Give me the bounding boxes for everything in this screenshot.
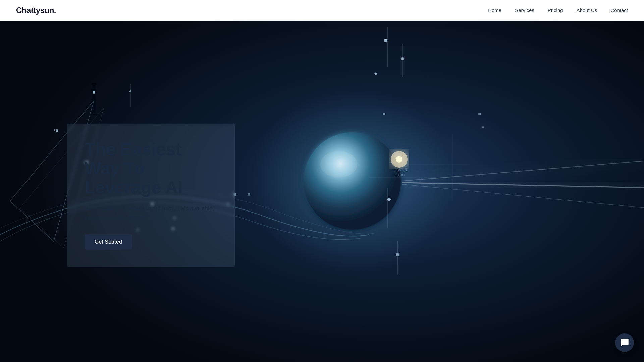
- get-started-button[interactable]: Get Started: [85, 234, 132, 250]
- nav-link-about[interactable]: About Us: [577, 7, 597, 13]
- nav-item-home[interactable]: Home: [488, 7, 501, 13]
- hero-section: SYSTEM AI.03 The Easiest Way To Leverage…: [0, 0, 644, 362]
- nav-link-services[interactable]: Services: [515, 7, 534, 13]
- chat-bubble-icon: [620, 338, 629, 347]
- nav-link-pricing[interactable]: Pricing: [548, 7, 563, 13]
- nav-item-contact[interactable]: Contact: [610, 7, 628, 13]
- hero-title-line2: Leverage AI: [85, 178, 183, 197]
- nav-item-pricing[interactable]: Pricing: [548, 7, 563, 13]
- logo[interactable]: Chattysun.: [16, 6, 56, 15]
- nav-links: Home Services Pricing About Us Contact: [488, 7, 628, 13]
- nav-item-about[interactable]: About Us: [577, 7, 597, 13]
- hero-subtitle: We provide an interface to the best LLMs…: [85, 204, 217, 222]
- hero-content-box: The Easiest Way To Leverage AI We provid…: [67, 124, 235, 267]
- chat-bubble-button[interactable]: [615, 333, 634, 352]
- nav-item-services[interactable]: Services: [515, 7, 534, 13]
- hero-title: The Easiest Way To Leverage AI: [85, 140, 217, 197]
- hero-title-line1: The Easiest Way To: [85, 139, 181, 178]
- nav-link-home[interactable]: Home: [488, 7, 501, 13]
- nav-link-contact[interactable]: Contact: [610, 7, 628, 13]
- navbar: Chattysun. Home Services Pricing About U…: [0, 0, 644, 21]
